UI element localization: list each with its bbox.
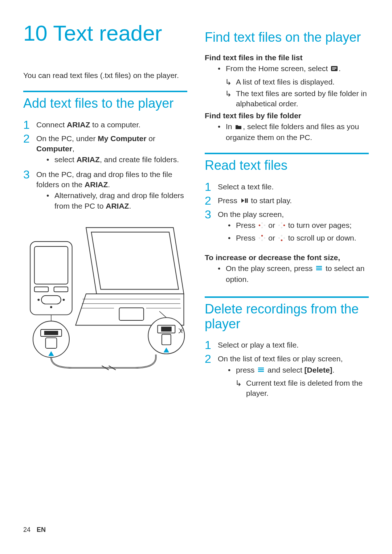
nav-up-icon (258, 234, 266, 244)
svg-rect-31 (34, 287, 48, 292)
find-subhead-1: Find text files in the file list (205, 53, 369, 62)
delete-step-2: 2 On the list of text files or play scre… (205, 354, 369, 401)
read-step-3: 3 On the play screen, Press or to turn o… (205, 209, 369, 246)
list-item: On the play screen, press to select an o… (218, 263, 369, 285)
bullets: In , select file folders and files as yo… (205, 122, 369, 143)
step-text: On the PC, drag and drop files to the fi… (36, 169, 187, 213)
section-divider (205, 296, 369, 298)
read-step-1: 1 Select a text file. (205, 182, 369, 193)
svg-rect-20 (119, 308, 143, 321)
list-item: press and select [Delete]. (228, 365, 369, 376)
intro-text: You can read text files (.txt files) on … (23, 70, 187, 81)
step-text: Select or play a text file. (218, 340, 369, 350)
page-footer: 24 EN (23, 526, 46, 534)
step-text: On the list of text files or play screen… (218, 354, 369, 401)
add-step-2: 2 On the PC, under My Computer or Comput… (23, 134, 187, 167)
svg-rect-30 (34, 246, 68, 284)
add-steps: 1 Connect ARIAZ to a computer. 2 On the … (23, 120, 187, 213)
step-number: 2 (205, 195, 218, 206)
find-subhead-2: Find text files by file folder (205, 111, 369, 120)
step-text: Connect ARIAZ to a computer. (36, 120, 187, 130)
svg-rect-33 (41, 296, 61, 304)
step-number: 3 (23, 169, 36, 180)
right-column: Find text files on the player Find text … (205, 22, 369, 408)
delete-steps: 1 Select or play a text file. 2 On the l… (205, 340, 369, 401)
page-lang: EN (37, 526, 46, 533)
list-item: Press or to turn over pages; (228, 220, 369, 231)
chapter-number: 10 (23, 21, 48, 45)
bullets: Press or to turn over pages; Press or to… (218, 220, 369, 244)
list-item: Alternatively, drag and drop file folder… (46, 190, 187, 211)
results: Current text file is deleted from the pl… (218, 378, 369, 399)
step-text: On the play screen, Press or to turn ove… (218, 209, 369, 246)
chapter-name: Text reader (53, 21, 162, 45)
font-subhead: To increase or decrease the font size, (205, 253, 369, 262)
list-item: select ARIAZ, and create file folders. (46, 155, 187, 165)
step-number: 1 (205, 181, 218, 193)
section-delete-heading: Delete recordings from the player (205, 301, 369, 332)
add-step-1: 1 Connect ARIAZ to a computer. (23, 120, 187, 131)
svg-rect-32 (54, 287, 68, 292)
add-step-3: 3 On the PC, drag and drop files to the … (23, 169, 187, 213)
step-number: 1 (205, 339, 218, 351)
read-steps: 1 Select a text file. 2 Press to start p… (205, 182, 369, 246)
svg-point-36 (63, 299, 65, 301)
menu-icon (257, 366, 265, 376)
bullets: From the Home screen, select . (205, 63, 369, 74)
svg-rect-28 (162, 335, 171, 345)
play-pause-icon (240, 196, 248, 206)
section-divider (205, 153, 369, 154)
read-step-2: 2 Press to start play. (205, 196, 369, 207)
result-item: Current text file is deleted from the pl… (235, 378, 369, 399)
results: A list of text files is displayed. The t… (205, 77, 369, 109)
result-item: A list of text files is displayed. (225, 77, 369, 87)
bullets: press and select [Delete]. (218, 365, 369, 376)
folder-icon (235, 122, 242, 132)
connection-illustration (23, 221, 187, 371)
svg-marker-18 (91, 232, 179, 290)
step-number: 1 (23, 119, 36, 131)
list-item: In , select file folders and files as yo… (218, 122, 369, 143)
text-list-icon (331, 64, 338, 74)
menu-icon (315, 264, 323, 274)
section-divider (23, 91, 187, 92)
svg-rect-39 (44, 331, 58, 335)
delete-step-1: 1 Select or play a text file. (205, 340, 369, 352)
chapter-title: 10 Text reader (23, 22, 187, 44)
left-column: 10 Text reader You can read text files (… (23, 22, 187, 408)
step-number: 2 (23, 133, 36, 144)
result-item: The text files are sorted by file folder… (225, 89, 369, 109)
step-text: On the PC, under My Computer or Computer… (36, 134, 187, 167)
step-number: 3 (205, 209, 218, 220)
nav-down-icon (278, 234, 285, 244)
manual-page: 10 Text reader You can read text files (… (0, 0, 392, 423)
bullets: On the play screen, press to select an o… (205, 263, 369, 285)
list-item: From the Home screen, select . (218, 63, 369, 74)
section-find-heading: Find text files on the player (205, 30, 369, 45)
step-text: Press to start play. (218, 196, 369, 206)
svg-point-34 (50, 307, 52, 308)
list-item: Press or to scroll up or down. (228, 233, 369, 244)
section-add-heading: Add text files to the player (23, 96, 187, 111)
svg-rect-27 (161, 327, 172, 331)
step-number: 2 (205, 353, 218, 365)
step-text: Select a text file. (218, 182, 369, 192)
nav-left-icon (258, 221, 266, 231)
page-number: 24 (23, 526, 30, 533)
svg-rect-40 (46, 338, 57, 348)
bullets: Alternatively, drag and drop file folder… (36, 190, 187, 211)
section-read-heading: Read text files (205, 158, 369, 173)
bullets: select ARIAZ, and create file folders. (36, 155, 187, 165)
nav-right-icon (278, 221, 285, 231)
svg-point-35 (38, 299, 39, 301)
